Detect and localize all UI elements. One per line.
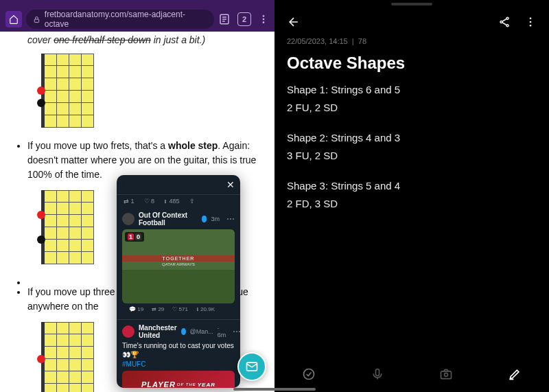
- score-overlay: 10: [125, 232, 144, 242]
- fretboard-diagram-1: [41, 54, 261, 130]
- verified-icon: [181, 328, 186, 335]
- fret-dot-red: [37, 87, 45, 95]
- edit-button[interactable]: [508, 367, 522, 381]
- svg-rect-0: [34, 19, 38, 23]
- system-home-indicator[interactable]: [233, 388, 316, 391]
- fret-dot-red: [37, 211, 45, 219]
- fret-dot-black: [37, 99, 45, 107]
- share-icon: [498, 16, 511, 28]
- pencil-icon: [508, 367, 522, 381]
- verified-icon: [202, 216, 207, 222]
- fret-dot-red: [37, 355, 45, 363]
- share-button[interactable]: [498, 16, 511, 28]
- svg-rect-16: [376, 369, 379, 376]
- menu-icon[interactable]: [258, 14, 269, 25]
- lock-icon: [33, 16, 40, 23]
- overlay-header-text: [122, 179, 124, 190]
- note-meta: 22/05/2023, 14:15 | 78: [274, 36, 549, 47]
- url-input[interactable]: fretboardanatomy.com/same-adjacent-octav…: [26, 10, 214, 29]
- svg-point-12: [530, 17, 532, 19]
- fret-dot-black: [37, 235, 45, 244]
- mail-fab[interactable]: [237, 352, 266, 381]
- notch-indicator: [391, 3, 432, 5]
- svg-point-7: [263, 21, 265, 23]
- views-stat[interactable]: ⫾ 485: [164, 198, 180, 205]
- stadium-banner: TOGETHER: [122, 255, 235, 262]
- reader-icon[interactable]: [218, 13, 231, 25]
- post-hashtag[interactable]: #MUFC: [122, 360, 235, 368]
- back-button[interactable]: [287, 15, 301, 29]
- post-time: · 6m: [218, 325, 226, 338]
- more-icon[interactable]: ⋯: [233, 327, 240, 336]
- camera-icon: [439, 367, 453, 381]
- svg-point-6: [263, 19, 265, 21]
- post-author[interactable]: Out Of Context Football: [139, 211, 207, 227]
- retweet-stat[interactable]: ⇄ 1: [124, 198, 135, 205]
- views-stat[interactable]: ⫾ 20.9K: [196, 306, 215, 312]
- post-author[interactable]: Manchester United: [139, 324, 186, 339]
- check-circle-icon: [302, 367, 316, 381]
- close-icon[interactable]: ✕: [226, 179, 235, 190]
- more-icon[interactable]: ⋯: [226, 214, 235, 224]
- like-stat[interactable]: ♡ 8: [144, 198, 155, 205]
- more-button[interactable]: [524, 16, 537, 28]
- browser-url-bar: fretboardanatomy.com/same-adjacent-octav…: [0, 7, 274, 32]
- reply-stat[interactable]: 💬 19: [129, 306, 143, 312]
- overlay-post-2[interactable]: Manchester United @Man... · 6m ⋯ Time's …: [117, 319, 240, 388]
- post-time: 3m: [211, 216, 220, 222]
- note-body[interactable]: Shape 1: Strings 6 and 5 2 FU, 2 SD Shap…: [274, 82, 549, 227]
- post-media-2[interactable]: PLAYEROF THEYEAR: [122, 371, 235, 388]
- url-text: fretboardanatomy.com/same-adjacent-octav…: [45, 10, 207, 29]
- retweet-stat[interactable]: ⇄ 29: [152, 306, 164, 312]
- note-block-2: Shape 2: Strings 4 and 3 3 FU, 2 SD: [287, 130, 537, 163]
- avatar[interactable]: [122, 213, 135, 225]
- note-title[interactable]: Octave Shapes: [274, 47, 549, 82]
- browser-status-bar: [0, 0, 274, 7]
- note-block-3: Shape 3: Strings 5 and 4 2 FD, 3 SD: [287, 178, 537, 211]
- overlay-top-stats: ⇄ 1 ♡ 8 ⫾ 485 ⇪: [117, 195, 240, 207]
- svg-point-10: [500, 21, 502, 23]
- notes-toolbar: [274, 8, 549, 36]
- mic-icon: [371, 367, 384, 381]
- tab-count-button[interactable]: 2: [237, 12, 251, 26]
- post-1-stats: 💬 19 ⇄ 29 ♡ 571 ⫾ 20.9K: [122, 303, 235, 315]
- browser-panel: fretboardanatomy.com/same-adjacent-octav…: [0, 0, 274, 392]
- overlay-header: ✕: [117, 175, 240, 195]
- svg-point-9: [506, 17, 509, 19]
- mail-icon: [245, 360, 259, 373]
- svg-point-11: [506, 25, 509, 27]
- home-button[interactable]: [5, 11, 22, 27]
- notes-bottom-bar: [274, 358, 549, 392]
- svg-point-15: [304, 369, 314, 380]
- url-bar-actions: 2: [218, 12, 269, 26]
- post-media[interactable]: 10 TOGETHER QATAR AIRWAYS: [122, 229, 235, 303]
- arrow-left-icon: [287, 15, 301, 29]
- social-overlay[interactable]: ✕ ⇄ 1 ♡ 8 ⫾ 485 ⇪ Out Of Context Footbal…: [117, 175, 240, 388]
- note-block-1: Shape 1: Strings 6 and 5 2 FU, 2 SD: [287, 82, 537, 115]
- camera-button[interactable]: [439, 367, 453, 381]
- like-stat[interactable]: ♡ 571: [172, 306, 188, 312]
- notes-panel: 22/05/2023, 14:15 | 78 Octave Shapes Sha…: [274, 0, 549, 392]
- sponsor-text: QATAR AIRWAYS: [122, 262, 235, 266]
- voice-button[interactable]: [371, 367, 384, 381]
- home-icon: [9, 14, 19, 24]
- post-handle: @Man...: [190, 328, 213, 335]
- share-icon[interactable]: ⇪: [189, 198, 195, 205]
- svg-point-18: [445, 373, 448, 376]
- svg-point-13: [530, 21, 532, 23]
- svg-point-14: [530, 25, 532, 27]
- intro-line: cover one fret/half step down in just a …: [27, 34, 261, 45]
- svg-point-5: [263, 15, 265, 17]
- more-vertical-icon: [524, 16, 537, 28]
- checklist-button[interactable]: [302, 367, 316, 381]
- avatar[interactable]: [122, 325, 135, 338]
- post-text: Time's running out to cast your votes 👀🏆: [122, 341, 235, 359]
- overlay-post-1[interactable]: Out Of Context Football 3m ⋯ 10 TOGETHER…: [117, 207, 240, 319]
- svg-rect-17: [441, 371, 452, 379]
